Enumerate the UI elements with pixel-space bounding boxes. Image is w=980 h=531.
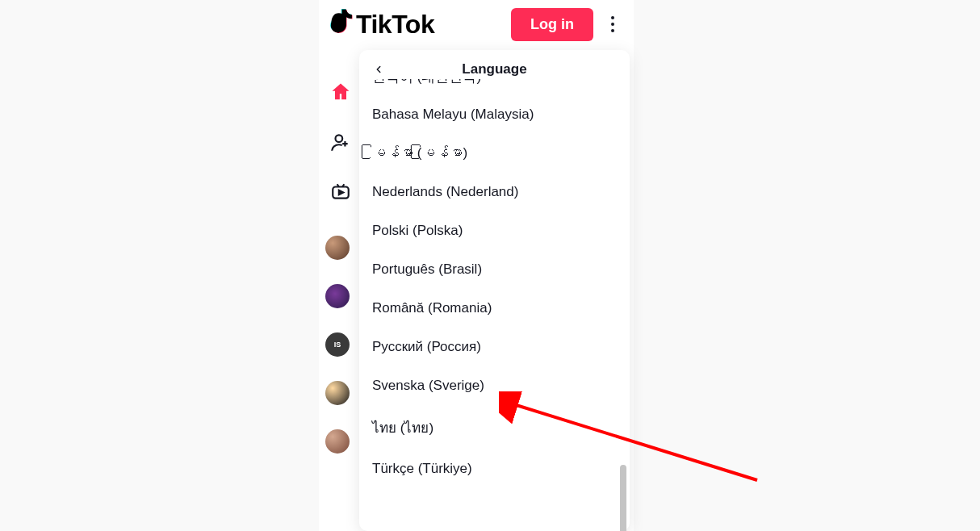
language-option[interactable]: Nederlands (Nederland) <box>359 173 630 211</box>
avatar[interactable]: IS <box>325 332 350 357</box>
app-column: TikTok Log in IS <box>319 0 634 531</box>
live-icon[interactable] <box>329 181 352 203</box>
kebab-dot-icon <box>611 29 614 32</box>
following-icon[interactable] <box>329 131 352 153</box>
language-option[interactable]: Türkçe (Türkiye) <box>359 449 630 477</box>
kebab-dot-icon <box>611 16 614 19</box>
kebab-dot-icon <box>611 23 614 26</box>
avatar[interactable] <box>325 381 350 405</box>
language-list[interactable]: 한국어 (대한민국) Bahasa Melayu (Malaysia) မြန်… <box>359 79 630 531</box>
language-option[interactable]: မြန်မာ (မြန်မာ) <box>359 134 630 173</box>
avatar[interactable] <box>325 284 350 308</box>
language-dropdown: Language 한국어 (대한민국) Bahasa Melayu (Malay… <box>359 50 630 531</box>
brand-text: TikTok <box>356 10 434 40</box>
language-option[interactable]: Русский (Россия) <box>359 328 630 366</box>
svg-point-0 <box>336 135 343 142</box>
back-chevron-icon[interactable] <box>371 61 387 77</box>
language-option[interactable]: Română (Romania) <box>359 289 630 328</box>
brand-logo[interactable]: TikTok <box>329 9 434 40</box>
login-button[interactable]: Log in <box>511 8 593 41</box>
language-option[interactable]: 한국어 (대한민국) <box>359 79 630 95</box>
suggested-accounts: IS <box>325 236 350 454</box>
language-option[interactable]: Bahasa Melayu (Malaysia) <box>359 95 630 134</box>
tiktok-note-icon <box>329 9 353 40</box>
language-option[interactable]: Svenska (Sverige) <box>359 366 630 405</box>
side-nav <box>327 81 354 203</box>
language-option[interactable]: Português (Brasil) <box>359 250 630 289</box>
language-option[interactable]: Polski (Polska) <box>359 211 630 250</box>
more-menu-button[interactable] <box>603 16 622 32</box>
language-title: Language <box>372 61 617 77</box>
language-option[interactable]: ไทย (ไทย) <box>359 405 630 449</box>
scrollbar-thumb[interactable] <box>620 465 626 531</box>
home-icon[interactable] <box>329 81 352 103</box>
avatar[interactable] <box>325 429 350 454</box>
avatar[interactable] <box>325 236 350 260</box>
app-header: TikTok Log in <box>319 0 634 48</box>
